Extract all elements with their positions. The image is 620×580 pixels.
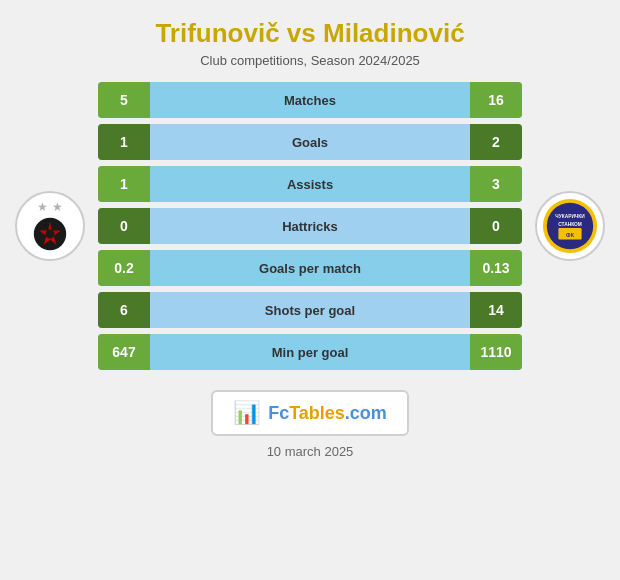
header: Trifunovič vs Miladinović Club competiti… xyxy=(145,0,474,74)
stat-label-hattricks: Hattricks xyxy=(150,219,470,234)
stat-right-min-per-goal: 1110 xyxy=(470,334,522,370)
stat-right-goals: 2 xyxy=(470,124,522,160)
stat-right-hattricks: 0 xyxy=(470,208,522,244)
fctables-icon: 📊 xyxy=(233,400,260,426)
stat-label-assists: Assists xyxy=(150,177,470,192)
stat-left-assists: 1 xyxy=(98,166,150,202)
fctables-label: FcTables.com xyxy=(268,403,387,424)
stat-left-goals-per-match: 0.2 xyxy=(98,250,150,286)
partizan-emblem-icon xyxy=(32,216,68,252)
svg-point-2 xyxy=(46,230,55,239)
stat-row-goals-per-match: 0.2Goals per match0.13 xyxy=(98,250,522,286)
cukaricki-logo: ЧУКАРИЧКИ СТАНКОМ ФК xyxy=(535,191,605,261)
stat-left-shots-per-goal: 6 xyxy=(98,292,150,328)
stat-row-min-per-goal: 647Min per goal1110 xyxy=(98,334,522,370)
star-2: ★ xyxy=(52,200,63,214)
main-content: ★ ★ 5Matches161Goals21Assists30Hattricks… xyxy=(0,74,620,378)
stat-left-hattricks: 0 xyxy=(98,208,150,244)
cukaricki-badge-icon: ЧУКАРИЧКИ СТАНКОМ ФК xyxy=(541,197,599,255)
svg-text:ЧУКАРИЧКИ: ЧУКАРИЧКИ xyxy=(555,214,585,219)
stat-left-min-per-goal: 647 xyxy=(98,334,150,370)
stat-label-matches: Matches xyxy=(150,93,470,108)
team-logo-right: ЧУКАРИЧКИ СТАНКОМ ФК xyxy=(530,191,610,261)
svg-text:СТАНКОМ: СТАНКОМ xyxy=(558,222,582,227)
stat-label-goals-per-match: Goals per match xyxy=(150,261,470,276)
team-logo-left: ★ ★ xyxy=(10,191,90,261)
svg-text:ФК: ФК xyxy=(566,232,575,238)
stat-row-matches: 5Matches16 xyxy=(98,82,522,118)
stats-container: 5Matches161Goals21Assists30Hattricks00.2… xyxy=(98,82,522,370)
stat-row-hattricks: 0Hattricks0 xyxy=(98,208,522,244)
partizan-logo: ★ ★ xyxy=(15,191,85,261)
stat-label-shots-per-goal: Shots per goal xyxy=(150,303,470,318)
stat-right-matches: 16 xyxy=(470,82,522,118)
bottom-section: 📊 FcTables.com 10 march 2025 xyxy=(211,378,409,469)
stat-label-goals: Goals xyxy=(150,135,470,150)
stat-row-assists: 1Assists3 xyxy=(98,166,522,202)
header-subtitle: Club competitions, Season 2024/2025 xyxy=(155,53,464,68)
footer-date: 10 march 2025 xyxy=(267,444,354,459)
stat-right-shots-per-goal: 14 xyxy=(470,292,522,328)
stat-label-min-per-goal: Min per goal xyxy=(150,345,470,360)
stat-right-assists: 3 xyxy=(470,166,522,202)
stat-row-shots-per-goal: 6Shots per goal14 xyxy=(98,292,522,328)
stat-right-goals-per-match: 0.13 xyxy=(470,250,522,286)
star-1: ★ xyxy=(37,200,48,214)
fctables-banner: 📊 FcTables.com xyxy=(211,390,409,436)
page-title: Trifunovič vs Miladinović xyxy=(155,18,464,49)
stat-left-goals: 1 xyxy=(98,124,150,160)
stat-row-goals: 1Goals2 xyxy=(98,124,522,160)
stat-left-matches: 5 xyxy=(98,82,150,118)
